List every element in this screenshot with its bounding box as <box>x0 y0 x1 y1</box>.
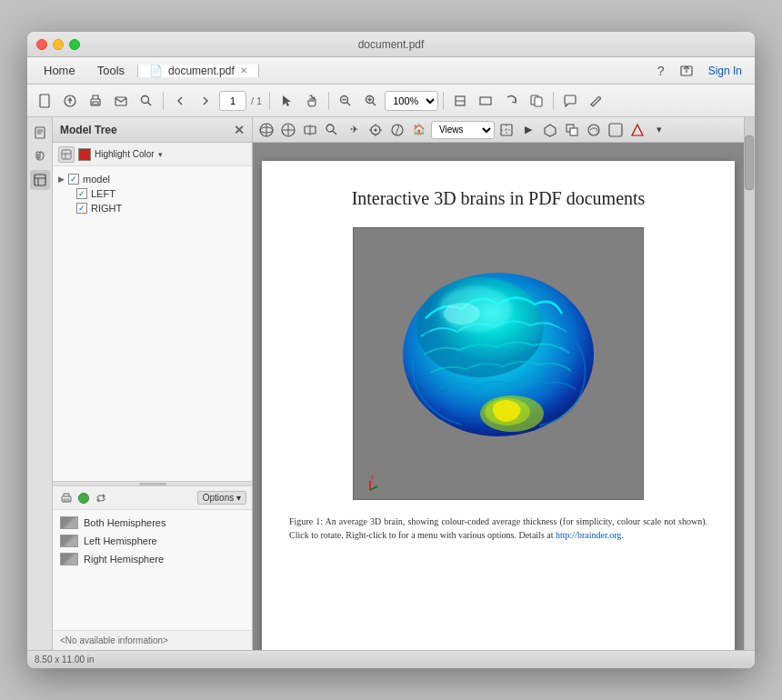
3d-play-icon[interactable]: ▶ <box>518 120 538 140</box>
toolbar-sep-5 <box>553 92 554 110</box>
svg-line-16 <box>373 102 376 105</box>
close-button[interactable] <box>36 39 47 50</box>
list-item-both[interactable]: Both Hemispheres <box>56 514 248 532</box>
pdf-view[interactable]: ✈ 🏠 Views Front Back Left Right <box>253 117 744 650</box>
list-item-left[interactable]: Left Hemisphere <box>56 532 248 550</box>
fit-page-button[interactable] <box>448 89 472 113</box>
help-icon[interactable]: ? <box>652 62 670 80</box>
left-checkbox[interactable]: ✓ <box>76 188 87 199</box>
sign-in-button[interactable]: Sign In <box>703 63 747 79</box>
menu-bar: Home Tools 📄 document.pdf ✕ ? Sign In <box>27 57 755 85</box>
color-indicator[interactable] <box>78 148 91 161</box>
3d-overflow-icon[interactable]: ▾ <box>649 120 669 140</box>
comment-button[interactable] <box>558 89 582 113</box>
views-select[interactable]: Views Front Back Left Right <box>431 121 495 139</box>
draw-button[interactable] <box>584 89 607 113</box>
zoom-out-button[interactable] <box>334 89 357 113</box>
svg-rect-33 <box>64 499 69 501</box>
model-checkbox[interactable]: ✓ <box>68 174 79 185</box>
3d-add-icon[interactable] <box>562 120 582 140</box>
share-icon[interactable] <box>677 62 696 80</box>
tab-icon: 📄 <box>149 65 163 77</box>
svg-point-45 <box>375 128 377 131</box>
cursor-tool-button[interactable] <box>275 89 298 113</box>
bp-list: Both Hemispheres Left Hemisphere Right H… <box>53 510 252 630</box>
right-checkbox[interactable]: ✓ <box>76 203 87 214</box>
axis-indicator: Z <box>361 474 379 492</box>
3d-extra-icon[interactable] <box>627 120 647 140</box>
svg-marker-58 <box>632 125 643 135</box>
svg-rect-26 <box>35 175 45 185</box>
right-scrollbar[interactable] <box>744 117 755 650</box>
print-button[interactable] <box>84 89 107 113</box>
tree-item-right[interactable]: ✓ RIGHT <box>76 201 246 215</box>
minimize-button[interactable] <box>53 39 64 50</box>
maximize-button[interactable] <box>69 39 80 50</box>
tree-item-left[interactable]: ✓ LEFT <box>76 186 246 201</box>
3d-pan-icon[interactable] <box>278 120 298 140</box>
info-bar: <No available information> <box>53 630 252 650</box>
model-tree-panel-icon[interactable] <box>30 170 50 190</box>
panel-close-button[interactable]: ✕ <box>234 123 245 137</box>
upload-button[interactable] <box>58 89 82 113</box>
3d-home-icon[interactable]: 🏠 <box>409 120 429 140</box>
tab-label: document.pdf <box>168 65 235 77</box>
bp-options-button[interactable]: Options ▾ <box>197 491 246 505</box>
menu-tools[interactable]: Tools <box>88 61 134 80</box>
resize-handle[interactable] <box>139 483 166 485</box>
3d-zoom-icon[interactable] <box>300 120 320 140</box>
rotate-button[interactable] <box>499 89 523 113</box>
3d-fly-icon[interactable]: ✈ <box>344 120 364 140</box>
brain-3d-container[interactable]: Z <box>353 227 644 500</box>
caption-text: Figure 1: An average 3D brain, showing c… <box>289 516 707 540</box>
bp-item-both-label: Both Hemispheres <box>84 517 166 528</box>
model-label: model <box>83 174 110 185</box>
3d-target-icon[interactable] <box>366 120 386 140</box>
caption-link[interactable]: http://brainder.org. <box>556 530 624 540</box>
highlight-color-arrow[interactable]: ▾ <box>158 150 163 159</box>
pages-panel-icon[interactable] <box>30 123 50 143</box>
3d-color-icon[interactable] <box>387 120 407 140</box>
3d-search-icon[interactable] <box>322 120 342 140</box>
svg-rect-19 <box>480 97 491 105</box>
email-button[interactable] <box>109 89 133 113</box>
menu-home[interactable]: Home <box>35 61 85 80</box>
3d-more-icon[interactable] <box>606 120 626 140</box>
new-file-button[interactable] <box>33 89 56 113</box>
3d-object-icon[interactable] <box>540 120 560 140</box>
model-tree-header: Model Tree ✕ <box>53 117 252 143</box>
3d-snap-icon[interactable] <box>496 120 516 140</box>
svg-rect-21 <box>535 97 542 106</box>
bp-item-right-label: Right Hemisphere <box>84 554 164 565</box>
search-button[interactable] <box>135 89 158 113</box>
toolbar-sep-2 <box>269 92 270 110</box>
zoom-select[interactable]: 100% 75% 125% 150% <box>385 91 438 111</box>
svg-point-64 <box>444 303 480 325</box>
bp-thumb-both <box>60 516 78 529</box>
3d-render-icon[interactable] <box>584 120 604 140</box>
list-item-right[interactable]: Right Hemisphere <box>56 550 248 568</box>
page-separator: / 1 <box>248 95 265 106</box>
tab-document[interactable]: 📄 document.pdf ✕ <box>137 65 259 77</box>
hand-tool-button[interactable] <box>300 89 324 113</box>
pdf-document-title: Interactive 3D brains in PDF documents <box>289 188 707 209</box>
extract-button[interactable] <box>525 89 548 113</box>
tree-expand-arrow[interactable]: ▶ <box>58 175 65 184</box>
page-number-input[interactable] <box>219 91 246 111</box>
scrollbar-thumb-right[interactable] <box>745 135 754 190</box>
highlight-color-label: Highlight Color <box>95 149 155 159</box>
prev-page-button[interactable] <box>168 89 192 113</box>
attachments-panel-icon[interactable] <box>30 146 50 166</box>
model-tree-toolbar: Highlight Color ▾ <box>53 143 252 166</box>
bp-refresh-icon[interactable] <box>93 490 109 506</box>
zoom-in-button[interactable] <box>359 89 383 113</box>
bp-thumb-left <box>60 535 78 547</box>
tab-close-button[interactable]: ✕ <box>240 65 247 75</box>
svg-rect-6 <box>93 102 98 105</box>
next-page-button[interactable] <box>194 89 217 113</box>
3d-orbit-icon[interactable] <box>256 120 276 140</box>
tree-collapse-icon[interactable] <box>58 146 75 163</box>
tree-item-model[interactable]: ▶ ✓ model <box>58 172 246 186</box>
fit-width-button[interactable] <box>474 89 497 113</box>
bp-print-icon[interactable] <box>58 490 75 506</box>
